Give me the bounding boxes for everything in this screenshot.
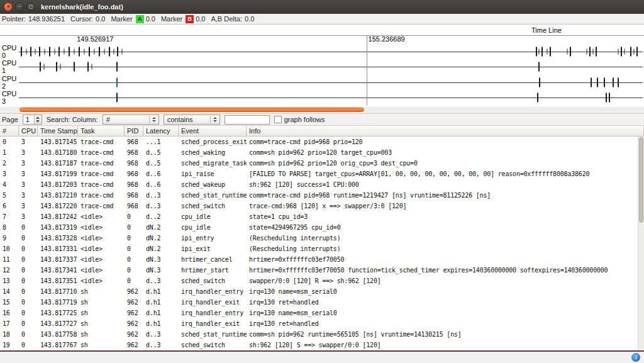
table-row[interactable]: 120143.817341<idle>0dN.3hrtimer_starthrt… [0,265,644,276]
minimize-button[interactable]: − [15,3,24,11]
table-row[interactable]: 80143.817319<idle>0dN.2cpu_idlestate=429… [0,222,644,233]
spinner-down-icon[interactable] [36,120,40,123]
search-filter-input[interactable] [225,115,270,125]
column-header[interactable]: Latency [143,126,179,136]
marker-b-badge: B [186,15,194,23]
event-tick [56,62,57,72]
table-cell: sh [78,329,125,340]
table-row[interactable]: 110143.817337<idle>0dN.3hrtimer_cancelhr… [0,254,644,265]
time-axis-label: 149.526917 [77,35,113,43]
event-tick [35,49,35,55]
timeline-plot[interactable]: CPU 0CPU 1CPU 2CPU 3 149.526917155.23668… [0,36,644,106]
table-header: #CPUTime StampTaskPIDLatencyEventInfo [0,125,644,137]
table-cell: 0 [19,254,38,265]
timeline-scrollbar-handle[interactable] [19,108,364,112]
column-header[interactable]: Time Stamp [38,126,78,136]
table-row[interactable]: 140143.817710sh962d.h1irq_handler_entryi… [0,286,644,297]
table-cell: dN.3 [143,254,179,265]
cpu-row: CPU 3 [0,90,644,105]
table-cell: 0 [0,137,19,147]
event-tick [606,92,607,102]
table-row[interactable]: 23143.817187trace-cmd968d..5sched_migrat… [0,158,644,169]
table-cell: sh [78,308,125,318]
event-tick [630,47,631,57]
spinner-up-icon[interactable] [36,116,40,119]
table-cell: 143.817180 [38,147,78,158]
table-cell: trace-cmd [78,169,125,179]
table-cell: 968 [125,137,143,147]
table-row[interactable]: 63143.817220trace-cmd968d..3sched_switch… [0,201,644,211]
table-cell: 18 [0,329,19,340]
table-cell: 2 [0,158,19,169]
table-cell: dN.3 [143,265,179,276]
column-header[interactable]: Event [179,126,247,136]
table-cell: <idle> [78,211,125,222]
graph-follows-checkbox[interactable] [274,116,282,123]
table-vertical-scrollbar[interactable] [638,137,644,350]
match-type-select[interactable]: contains [164,114,220,125]
table-cell: 0 [19,265,38,276]
table-row[interactable]: 90143.817328<idle>0dN.2ipi_entry(Resched… [0,233,644,243]
column-header[interactable]: PID [125,126,143,136]
table-row[interactable]: 73143.817242<idle>0d..2cpu_idlestate=1 c… [0,211,644,222]
table-cell: 7 [0,211,19,222]
delta-label: A,B Delta: [211,15,242,23]
table-cell: 5 [0,190,19,201]
table-cell: 143.817187 [38,158,78,169]
table-cell: 143.817351 [38,276,78,286]
table-scrollbar-handle[interactable] [639,137,643,223]
table-row[interactable]: 170143.817727sh962d.h1irq_handler_exitir… [0,318,644,329]
cpu-track[interactable] [19,90,643,105]
cpu-label: CPU 3 [0,90,19,105]
event-tick [597,77,598,87]
table-cell: 3 [19,158,38,169]
table-cell: trace-cmd [78,201,125,211]
column-select[interactable]: # [103,114,159,125]
table-row[interactable]: 100143.817331<idle>0dN.2ipi_exit(Resched… [0,243,644,254]
table-cell: irq_handler_exit [179,297,247,308]
table-cell: sched_switch [179,340,247,350]
event-tick [39,47,40,57]
column-header[interactable]: Info [247,126,644,136]
page-spinner[interactable]: 1 [23,114,42,125]
page-spinner-arrows[interactable] [34,115,42,124]
table-row[interactable]: 190143.817767sh962d..3sched_switchsh:962… [0,340,644,350]
table-row[interactable]: 33143.817199trace-cmd968d..6ipi_raise[FA… [0,169,644,179]
cpu-track[interactable] [19,44,643,59]
close-button[interactable]: ✕ [4,3,13,11]
column-header[interactable]: # [0,126,19,136]
table-cell: d..5 [143,158,179,169]
table-row[interactable]: 13143.817180trace-cmd968d..5sched_waking… [0,147,644,158]
delta-value: 0.0 [245,15,254,23]
maximize-button[interactable]: ◻ [26,3,35,11]
event-tick [64,49,65,55]
table-cell: 962 [125,340,143,350]
table-cell: 0 [125,265,143,276]
table-row[interactable]: 130143.817351<idle>0d..3sched_switchswap… [0,276,644,286]
info-button[interactable]: i [631,353,640,362]
table-row[interactable]: 160143.817725sh962d.h1irq_handler_entryi… [0,308,644,318]
table-row[interactable]: 03143.817145trace-cmd968...1sched_proces… [0,137,644,147]
table-row[interactable]: 150143.817719sh962d.h1irq_handler_exitir… [0,297,644,308]
table-cell: <idle> [78,276,125,286]
column-header[interactable]: Task [78,126,125,136]
minimize-icon: − [18,4,21,9]
cpu-track[interactable] [19,59,643,74]
table-row[interactable]: 43143.817203trace-cmd968d..6sched_wakeup… [0,179,644,190]
table-cell: (Rescheduling interrupts) [247,243,644,254]
column-header[interactable]: CPU [19,126,38,136]
titlebar: ✕ − ◻ kernelshark(idle_foo.dat) [0,0,644,14]
event-tick [550,47,551,57]
timeline-horizontal-scrollbar[interactable] [0,107,644,114]
table-cell: 143.817328 [38,233,78,243]
event-tick [69,47,70,57]
table-cell: trace-cmd [78,158,125,169]
graph-follows-group: graph follows [274,116,325,123]
cpu-track[interactable] [19,75,643,90]
table-cell: 143.817767 [38,340,78,350]
table-row[interactable]: 53143.817210trace-cmd968d..3sched_stat_r… [0,190,644,201]
table-row[interactable]: 180143.817758sh962d..3sched_stat_runtime… [0,329,644,340]
table-cell: <idle> [78,254,125,265]
table-cell: sched_waking [179,147,247,158]
table-cell: dN.2 [143,243,179,254]
